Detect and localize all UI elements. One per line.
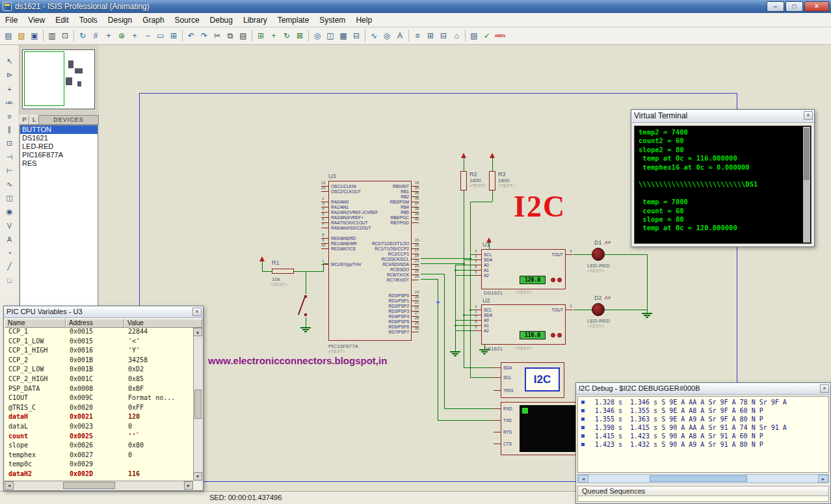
remove-sheet-icon[interactable]: ⊟	[437, 29, 450, 42]
part-ref[interactable]: U3	[328, 173, 336, 179]
terminal-scrollbar[interactable]	[803, 127, 810, 243]
variable-row[interactable]: count0x0025''`	[5, 432, 193, 442]
terminal-mode-icon[interactable]: ⊣	[2, 151, 18, 163]
i2c-transaction-row[interactable]: 1.398 s1.415 s S 90 A AA A Sr 91 A 74 N …	[578, 424, 828, 432]
part-ref[interactable]: R3	[498, 171, 506, 178]
print-icon[interactable]: ▥	[46, 29, 59, 42]
menu-file[interactable]: File	[0, 14, 23, 27]
chip-pin[interactable]: 7A0	[482, 318, 565, 323]
view-bom-icon[interactable]: ▤	[468, 29, 481, 42]
part-value[interactable]: DS1621	[484, 346, 503, 352]
center-at-cursor-icon[interactable]: ⊕	[115, 29, 128, 42]
part-value[interactable]: LED-RED	[587, 263, 610, 269]
chip-pin[interactable]: 38RB5	[329, 210, 411, 215]
block-rotate-icon[interactable]: ↻	[280, 29, 293, 42]
save-design-icon[interactable]: ▣	[28, 29, 41, 42]
redo-icon[interactable]: ↷	[198, 29, 211, 42]
i2c-transaction-row[interactable]: 1.328 s1.346 s S 9E A AA A Sr 9F A 78 N …	[578, 399, 828, 407]
i2c-debug-titlebar[interactable]: I2C Debug - $II2C DEBUGGER#000B ×	[576, 383, 830, 395]
variable-row[interactable]: dataH20x002D116	[5, 470, 193, 480]
menu-tools[interactable]: Tools	[74, 14, 103, 27]
selection-tool-icon[interactable]: ↖	[2, 55, 18, 68]
cut-icon[interactable]: ✂	[211, 29, 224, 42]
zoom-in-icon[interactable]: +	[128, 29, 141, 42]
ground-terminal[interactable]	[300, 327, 311, 333]
i2c-transaction-row[interactable]: 1.415 s1.423 s S 90 A A8 A Sr 91 A 60 N …	[578, 432, 828, 441]
wire[interactable]	[306, 317, 306, 327]
scroll-down-icon[interactable]: ▼	[193, 472, 202, 481]
chip-pin[interactable]: 24RC5/SDO	[329, 267, 411, 272]
chip-pin[interactable]: 35RB2	[329, 194, 411, 200]
chip-pin[interactable]: RTS	[501, 430, 578, 435]
chip-pin[interactable]: 28RD5/PSP5	[329, 319, 411, 325]
menu-edit[interactable]: Edit	[50, 14, 74, 27]
bus-mode-icon[interactable]: ∥	[2, 124, 18, 136]
power-terminal[interactable]	[259, 256, 265, 261]
wire[interactable]	[444, 274, 445, 408]
tape-recorder-mode-icon[interactable]: ◫	[2, 192, 18, 204]
part-value[interactable]: LED-RED	[587, 318, 610, 324]
power-terminal[interactable]	[461, 153, 466, 158]
property-assignment-icon[interactable]: A	[393, 29, 406, 42]
scrollbar-thumb[interactable]	[804, 128, 810, 180]
block-copy-icon[interactable]: ⊞	[254, 29, 267, 42]
led-d2[interactable]	[592, 303, 605, 316]
part-ref[interactable]: R2	[469, 171, 477, 178]
wire[interactable]	[574, 254, 592, 255]
horizontal-scrollbar[interactable]: ◄ ►	[5, 481, 193, 490]
i2c-transaction-row[interactable]: 1.423 s1.432 s S 90 A A9 A Sr 91 A 80 N …	[578, 441, 828, 449]
column-header-name[interactable]: Name	[5, 319, 66, 328]
maximize-button[interactable]: □	[785, 1, 803, 12]
wire[interactable]	[421, 258, 470, 259]
scroll-right-icon[interactable]: ►	[184, 481, 193, 490]
chip-pin[interactable]: 17RC2/CCP1	[329, 252, 411, 257]
part-ref[interactable]: D1	[594, 239, 602, 246]
part-value[interactable]: DS1621	[484, 290, 503, 296]
design-explorer-icon[interactable]: ≡	[411, 29, 424, 42]
scroll-up-icon[interactable]: ▲	[193, 328, 202, 336]
wire[interactable]	[262, 271, 272, 272]
part-ref[interactable]: D2	[594, 295, 602, 301]
chip-pin[interactable]: 25RC6/TX/CK	[329, 272, 411, 278]
part-value[interactable]: PIC16F877A	[328, 343, 358, 349]
packaging-tool-icon[interactable]: ▦	[337, 29, 350, 42]
variable-row[interactable]: dataL0x00230	[5, 423, 193, 432]
subcircuit-mode-icon[interactable]: ⊡	[2, 137, 18, 150]
copy-icon[interactable]: ⧉	[224, 29, 237, 42]
minimize-button[interactable]: –	[767, 1, 784, 12]
column-header-value[interactable]: Value	[124, 319, 202, 328]
wire[interactable]	[306, 271, 306, 294]
current-probe-mode-icon[interactable]: A	[2, 233, 18, 245]
device-item[interactable]: PIC16F877A	[20, 151, 98, 159]
component-mode-icon[interactable]: ⊳	[2, 69, 18, 81]
chip-pin[interactable]: CTS	[501, 442, 578, 447]
wire[interactable]	[647, 254, 648, 313]
variable-row[interactable]: CCP_2_HIGH0x001C0x85	[5, 375, 193, 385]
chip-pin[interactable]: 34RB1	[329, 189, 411, 194]
variable-row[interactable]: temp0c0x0029	[5, 460, 193, 470]
block-delete-icon[interactable]: ⊠	[293, 29, 306, 42]
close-button[interactable]: ×	[804, 1, 829, 12]
chip-pin[interactable]: 19RD0/PSP0	[329, 293, 411, 298]
variable-row[interactable]: CCP_1_LOW0x0015'<'	[5, 338, 193, 347]
part-value[interactable]: 1800	[498, 178, 510, 183]
variable-row[interactable]: dataH0x0021120	[5, 413, 193, 423]
wire[interactable]	[574, 310, 592, 310]
pick-parts-icon[interactable]: ◎	[311, 29, 324, 42]
new-sheet-icon[interactable]: ⊞	[424, 29, 437, 42]
close-icon[interactable]: ×	[820, 384, 829, 393]
paste-icon[interactable]: ▤	[237, 29, 250, 42]
resistor-r3[interactable]	[489, 171, 495, 191]
wire[interactable]	[455, 265, 456, 351]
chip-pin[interactable]: 37RB4	[329, 205, 411, 210]
netlist-to-ares-icon[interactable]: ARES	[494, 29, 507, 42]
chip-pin[interactable]: 3TOUT	[482, 308, 565, 313]
chip-pin[interactable]: 20RD1/PSP1	[329, 298, 411, 304]
scrollbar-thumb[interactable]	[650, 475, 747, 482]
chip-pin[interactable]: 21RD2/PSP2	[329, 304, 411, 309]
part-value[interactable]: 1800	[469, 178, 481, 183]
ds1621-u1[interactable]: 120.0 2SCL1SDA7A06A15A23TOUT	[481, 249, 566, 289]
wire-label-mode-icon[interactable]: LBL	[2, 96, 18, 109]
resistor-r2[interactable]	[460, 171, 467, 191]
variable-row[interactable]: PSP_DATA0x00080xBF	[5, 385, 193, 395]
